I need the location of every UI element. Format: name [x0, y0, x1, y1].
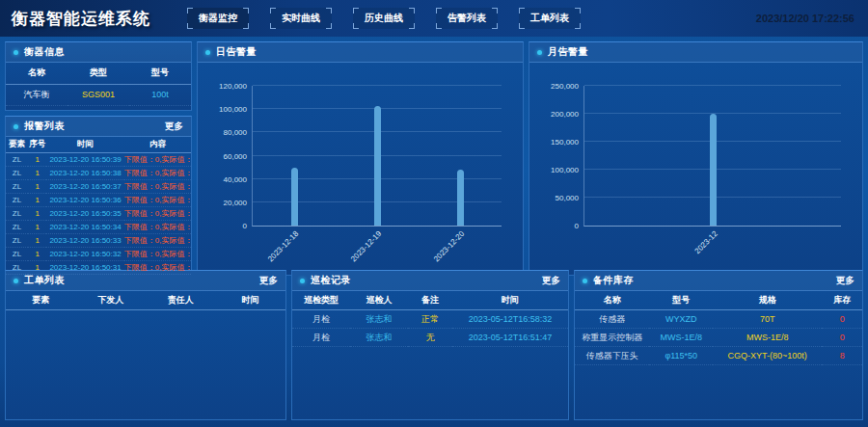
table-cell: 传感器下压头	[575, 347, 649, 365]
table-cell: ZL	[6, 207, 28, 221]
table-cell: 2023-12-20 16:50:38	[46, 167, 124, 180]
table-cell: ZL	[6, 167, 28, 180]
table-row: ZL12023-12-20 16:50:35下限值：0,实际值：-1520	[6, 207, 191, 221]
more-button[interactable]: 更多	[259, 275, 278, 287]
panel-work-orders: 工单列表 更多 要素下发人责任人时间	[5, 270, 286, 420]
y-axis-tick-label: 0	[575, 222, 579, 230]
column-header: 名称	[6, 63, 68, 84]
y-axis-tick-label: 80,000	[224, 128, 247, 137]
table-cell: ZL	[6, 153, 28, 167]
table-cell: SGS001	[68, 84, 129, 105]
table-cell: 2023-12-20 16:50:33	[46, 234, 124, 248]
table-cell: 2023-05-12T16:58:32	[452, 310, 568, 329]
column-header: 规格	[713, 291, 822, 310]
table-cell: 张志和	[350, 329, 408, 347]
column-header: 要素	[6, 291, 76, 310]
table-cell: 8	[822, 347, 862, 365]
table-cell: 1	[28, 248, 46, 261]
table-cell: 称重显示控制器	[575, 329, 649, 347]
column-header: 类型	[68, 63, 129, 84]
column-header: 时间	[46, 137, 124, 153]
table-row: ZL12023-12-20 16:50:38下限值：0,实际值：-1540	[6, 167, 191, 180]
column-header: 型号	[649, 291, 713, 310]
panel-inspections: 巡检记录 更多 巡检类型巡检人备注时间月检张志和正常2023-05-12T16:…	[291, 270, 569, 420]
table-cell: ZL	[6, 194, 28, 207]
bullet-dot-icon	[583, 279, 587, 283]
table-cell: 100t	[129, 84, 191, 105]
plot-area: 050,000100,000150,000200,000250,0002023-…	[583, 86, 841, 227]
tab-history-curve[interactable]: 历史曲线	[353, 8, 415, 29]
table-cell: 传感器	[575, 310, 649, 329]
column-header: 序号	[28, 137, 46, 153]
gridline	[253, 85, 502, 86]
column-header: 责任人	[146, 291, 216, 310]
tab-realtime-curve[interactable]: 实时曲线	[270, 8, 332, 29]
bar-2023-12-19	[374, 106, 381, 226]
table-cell: 2023-12-20 16:50:37	[46, 180, 124, 194]
y-axis-tick-label: 40,000	[224, 174, 247, 183]
panel-title: 月告警量	[548, 45, 588, 59]
nav-tabs: 衡器监控 实时曲线 历史曲线 告警列表 工单列表	[187, 8, 581, 29]
y-axis-tick-label: 250,000	[551, 82, 579, 91]
table-row: 称重显示控制器MWS-1E/8MWS-1E/80	[575, 329, 862, 347]
table-cell: 1	[28, 167, 46, 180]
bullet-dot-icon	[14, 50, 18, 55]
y-axis-tick-label: 60,000	[224, 151, 247, 160]
table-cell: 2023-05-12T16:51:47	[452, 329, 568, 347]
table-cell: 汽车衡	[6, 84, 68, 105]
table-row: ZL12023-12-20 16:50:33下限值：0,实际值：-1540	[6, 234, 191, 248]
spare-parts-table: 名称型号规格库存传感器WYXZD70T0称重显示控制器MWS-1E/8MWS-1…	[575, 291, 862, 365]
table-cell: 下限值：0,实际值：-1520	[124, 207, 191, 221]
work-orders-table: 要素下发人责任人时间	[6, 291, 285, 310]
main-content: 衡器信息 名称类型型号汽车衡SGS001100t 报警列表 更多 要素序号时间内…	[0, 37, 868, 425]
table-row: ZL12023-12-20 16:50:31下限值：0,实际值：-1540	[6, 261, 191, 275]
more-button[interactable]: 更多	[542, 275, 560, 287]
panel-title: 工单列表	[24, 274, 65, 287]
table-cell: 1	[28, 234, 46, 248]
table-cell: 2023-12-20 16:50:31	[46, 261, 124, 275]
app-title: 衡器智能运维系统	[12, 8, 150, 30]
column-header: 库存	[822, 291, 862, 310]
x-axis-tick-label: 2023-12-20	[432, 229, 466, 263]
app-header: 衡器智能运维系统 衡器监控 实时曲线 历史曲线 告警列表 工单列表 2023/1…	[0, 0, 868, 37]
table-cell: ZL	[6, 234, 28, 248]
monthly-alarm-chart: 050,000100,000150,000200,000250,0002023-…	[537, 70, 849, 271]
table-row: ZL12023-12-20 16:50:37下限值：0,实际值：-1540	[6, 180, 191, 194]
table-cell: 1	[28, 207, 46, 221]
table-cell: CGQ-XYT-(80~100t)	[713, 347, 822, 365]
bullet-dot-icon	[300, 279, 305, 283]
datetime-display: 2023/12/20 17:22:56	[756, 0, 854, 37]
table-row: ZL12023-12-20 16:50:32下限值：0,实际值：-1540	[6, 248, 191, 261]
table-cell: 正常	[408, 310, 452, 329]
bar-2023-12-20	[457, 170, 464, 226]
y-axis-tick-label: 100,000	[551, 166, 579, 174]
table-cell: WYXZD	[649, 310, 713, 329]
table-cell: 下限值：0,实际值：-1540	[124, 234, 191, 248]
tab-workorder-list[interactable]: 工单列表	[519, 8, 581, 29]
table-cell: φ115*50	[649, 347, 713, 365]
more-button[interactable]: 更多	[165, 120, 183, 133]
table-cell: 无	[408, 329, 452, 347]
tab-alarm-list[interactable]: 告警列表	[436, 8, 498, 29]
table-cell: ZL	[6, 221, 28, 234]
column-header: 要素	[6, 137, 28, 153]
panel-title: 日告警量	[216, 45, 257, 59]
table-cell: 2023-12-20 16:50:32	[46, 248, 124, 261]
tab-device-monitor[interactable]: 衡器监控	[187, 8, 249, 29]
column-header: 巡检类型	[292, 291, 350, 310]
y-axis-tick-label: 150,000	[551, 138, 579, 147]
table-cell: 张志和	[350, 310, 408, 329]
column-header: 型号	[129, 63, 191, 84]
table-cell: MWS-1E/8	[713, 329, 822, 347]
table-cell: 2023-12-20 16:50:39	[46, 153, 124, 167]
column-header: 内容	[124, 137, 191, 153]
table-row: ZL12023-12-20 16:50:39下限值：0,实际值：-1540	[6, 153, 191, 167]
device-info-table: 名称类型型号汽车衡SGS001100t	[6, 63, 191, 106]
panel-spare-parts: 备件库存 更多 名称型号规格库存传感器WYXZD70T0称重显示控制器MWS-1…	[574, 270, 863, 420]
x-axis-tick-label: 2023-12-18	[266, 229, 300, 263]
more-button[interactable]: 更多	[836, 275, 854, 287]
panel-title: 衡器信息	[24, 45, 65, 59]
table-cell: 下限值：0,实际值：-1540	[124, 180, 191, 194]
column-header: 下发人	[76, 291, 147, 310]
panel-monthly-alarms: 月告警量 050,000100,000150,000200,000250,000…	[529, 41, 863, 276]
